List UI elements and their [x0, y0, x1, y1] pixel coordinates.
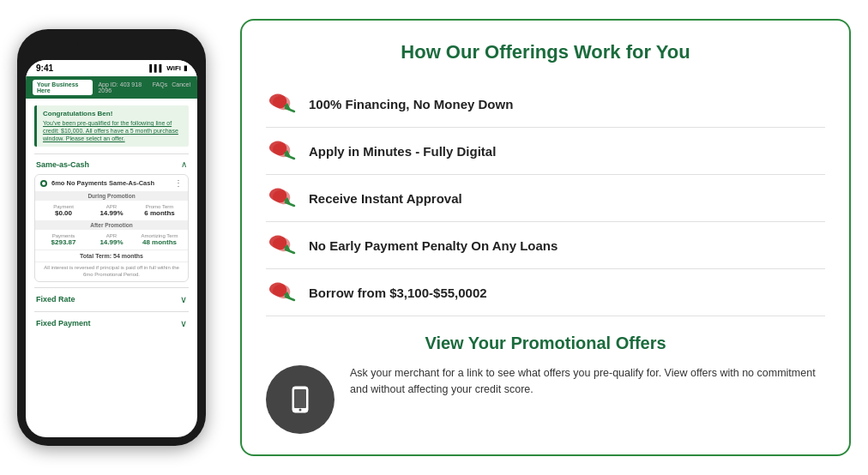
fixed-payment-header[interactable]: Fixed Payment ∨ [34, 311, 189, 335]
feature-text-financing: 100% Financing, No Money Down [309, 97, 513, 111]
feature-text-approval: Receive Instant Approval [309, 191, 462, 206]
offer-radio[interactable] [40, 180, 47, 187]
congrats-box: Congratulations Ben! You've been pre-qua… [34, 105, 189, 147]
feature-icon-approval [266, 185, 297, 211]
congrats-suffix: . Please select an offer. [63, 135, 125, 141]
faq-link[interactable]: FAQs [153, 81, 168, 93]
info-panel: How Our Offerings Work for You 100% Fina… [240, 19, 851, 456]
apr1-value: 14.99% [88, 209, 135, 217]
promo-title: View Your Promotional Offers [266, 334, 825, 353]
offer-card: 6mo No Payments Same-As-Cash ⋮ During Pr… [34, 174, 189, 282]
status-time: 9:41 [36, 63, 53, 73]
status-icons: ▌▌▌ WiFi ▮ [149, 64, 187, 72]
apr2-cell: APR 14.99% [88, 233, 135, 246]
offer-footnote: All interest is reversed if principal is… [35, 262, 188, 281]
feature-icon-penalty [266, 232, 297, 258]
during-promo-grid: Payment $0.00 APR 14.99% Promo Term 6 mo… [35, 201, 188, 220]
leaf-arrow-icon [267, 232, 296, 258]
panel-title: How Our Offerings Work for You [266, 41, 825, 63]
feature-list: 100% Financing, No Money Down Apply in M… [266, 81, 825, 316]
payment-cell: Payment $0.00 [40, 204, 87, 217]
promo-content: Ask your merchant for a link to see what… [266, 365, 825, 434]
after-promo-grid: Payments $293.87 APR 14.99% Amortizing T… [35, 230, 188, 250]
offer-card-header[interactable]: 6mo No Payments Same-As-Cash ⋮ [35, 175, 188, 191]
feature-icon-financing [266, 91, 297, 117]
offer-menu-icon[interactable]: ⋮ [174, 178, 183, 188]
leaf-arrow-icon [267, 91, 296, 117]
chevron-up-icon: ∧ [181, 159, 187, 169]
phone-screen: 9:41 ▌▌▌ WiFi ▮ Your Business Here App I… [26, 60, 197, 437]
payments-cell: Payments $293.87 [40, 233, 87, 246]
phone-nav: Your Business Here App ID: 403 918 2096 … [26, 76, 197, 99]
cancel-link[interactable]: Cancel [172, 81, 190, 93]
congrats-title: Congratulations Ben! [43, 110, 183, 117]
section1-title: Same-as-Cash [36, 160, 89, 169]
total-term: Total Term: 54 months [35, 250, 188, 262]
feature-item-penalty: No Early Payment Penalty On Any Loans [266, 222, 825, 269]
feature-item-approval: Receive Instant Approval [266, 175, 825, 222]
feature-icon-apply [266, 138, 297, 164]
after-promo-label: After Promotion [35, 220, 188, 230]
feature-item-financing: 100% Financing, No Money Down [266, 81, 825, 128]
promo-text: Ask your merchant for a link to see what… [350, 365, 825, 398]
status-bar: 9:41 ▌▌▌ WiFi ▮ [26, 60, 197, 76]
phone-icon [284, 383, 316, 416]
feature-text-borrow: Borrow from $3,100-$55,0002 [309, 286, 487, 300]
battery-icon: ▮ [184, 64, 187, 72]
amort-cell: Amortizing Term 48 months [136, 233, 183, 246]
during-promo-label: During Promotion [35, 191, 188, 201]
feature-item-borrow: Borrow from $3,100-$55,0002 [266, 269, 825, 316]
svg-rect-1 [294, 389, 306, 408]
leaf-arrow-icon [267, 138, 296, 164]
leaf-arrow-icon [267, 280, 296, 305]
nav-tab[interactable]: Your Business Here [33, 80, 93, 95]
chevron-down-icon-2: ∨ [180, 318, 187, 329]
promo-term-value: 6 months [136, 209, 183, 217]
signal-icon: ▌▌▌ [149, 64, 164, 72]
feature-text-apply: Apply in Minutes - Fully Digital [309, 144, 496, 159]
app-id: App ID: 403 918 2096 [98, 81, 148, 93]
phone-notch [77, 38, 146, 55]
promo-section: View Your Promotional Offers Ask your me… [266, 334, 825, 434]
congrats-text: You've been pre-qualified for the follow… [43, 119, 183, 142]
payment-value: $0.00 [40, 209, 87, 217]
apr1-cell: APR 14.99% [88, 204, 135, 217]
svg-point-2 [299, 409, 302, 412]
apr2-value: 14.99% [88, 238, 135, 246]
amort-value: 48 months [136, 238, 183, 246]
feature-text-penalty: No Early Payment Penalty On Any Loans [309, 238, 558, 253]
phone-frame: 9:41 ▌▌▌ WiFi ▮ Your Business Here App I… [17, 29, 206, 446]
offer-title: 6mo No Payments Same-As-Cash [51, 179, 170, 187]
section3-title: Fixed Payment [36, 319, 91, 328]
chevron-down-icon: ∨ [180, 294, 187, 305]
wifi-icon: WiFi [166, 64, 181, 72]
feature-item-apply: Apply in Minutes - Fully Digital [266, 128, 825, 175]
phone-icon-circle [266, 365, 335, 434]
section2-title: Fixed Rate [36, 295, 75, 304]
payments-value: $293.87 [40, 238, 87, 246]
promo-term-cell: Promo Term 6 months [136, 204, 183, 217]
phone-mockup: 9:41 ▌▌▌ WiFi ▮ Your Business Here App I… [17, 29, 214, 446]
fixed-rate-header[interactable]: Fixed Rate ∨ [34, 287, 189, 311]
leaf-arrow-icon [267, 185, 296, 211]
nav-links: App ID: 403 918 2096 FAQs Cancel [98, 81, 190, 93]
phone-content: Congratulations Ben! You've been pre-qua… [26, 99, 197, 342]
feature-icon-borrow [266, 280, 297, 305]
same-as-cash-header[interactable]: Same-as-Cash ∧ [34, 153, 189, 174]
